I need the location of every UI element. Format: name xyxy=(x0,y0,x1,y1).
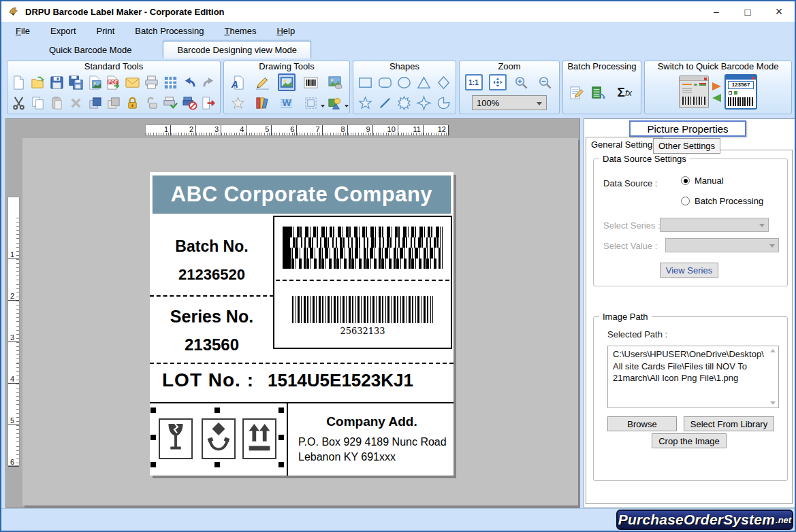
unlock-icon[interactable] xyxy=(143,94,161,112)
edit-batch-data-icon[interactable] xyxy=(568,84,586,101)
group-objects-icon[interactable] xyxy=(86,94,104,112)
zoom-level-dropdown[interactable]: 100% xyxy=(472,95,547,110)
lock-icon[interactable] xyxy=(124,94,142,112)
pencil-tool-icon[interactable] xyxy=(253,73,271,91)
open-file-icon[interactable] xyxy=(29,73,47,91)
seal-shape-icon[interactable] xyxy=(396,94,413,112)
menu-print[interactable]: Print xyxy=(86,23,125,39)
selected-path-textbox[interactable]: C:\Users\HPUSER\OneDrive\Desktop\All sit… xyxy=(607,346,779,408)
tab-quick-barcode-mode[interactable]: Quick Barcode Mode xyxy=(35,41,145,59)
scroll-down-icon[interactable] xyxy=(770,401,776,405)
radio-batch-processing[interactable]: Batch Processing xyxy=(681,196,763,206)
minimize-button[interactable]: – xyxy=(701,1,732,22)
textbox-scrollbar[interactable] xyxy=(767,346,778,408)
clipart-tool-dropdown-caret[interactable] xyxy=(345,105,349,107)
zoom-out-icon[interactable] xyxy=(537,73,554,91)
undo-icon[interactable] xyxy=(180,73,198,91)
close-button[interactable]: × xyxy=(763,1,795,22)
triangle-shape-icon[interactable] xyxy=(415,73,433,91)
print-icon[interactable] xyxy=(143,73,161,91)
menu-file[interactable]: File xyxy=(5,23,40,39)
selection-handle[interactable] xyxy=(150,408,156,413)
actual-size-icon[interactable]: 1:1 xyxy=(465,74,483,90)
image-properties-tool-icon[interactable] xyxy=(326,73,344,91)
batch-no-label[interactable]: Batch No. xyxy=(150,237,274,256)
selection-handle[interactable] xyxy=(214,408,220,413)
selection-handle[interactable] xyxy=(214,462,220,467)
barcode-label[interactable]: ABC Corporate Company Batch No. 21236520… xyxy=(150,172,453,476)
company-add-title[interactable]: Company Add. xyxy=(293,414,451,429)
browse-button[interactable]: Browse xyxy=(607,416,677,431)
zoom-in-icon[interactable] xyxy=(513,73,530,91)
save-all-icon[interactable] xyxy=(67,73,84,91)
exit-icon[interactable] xyxy=(200,94,217,112)
tab-barcode-designing-view-mode[interactable]: Barcode Designing view Mode xyxy=(163,41,311,59)
ellipse-shape-icon[interactable] xyxy=(396,73,413,91)
view-series-button[interactable]: View Series xyxy=(660,263,718,278)
selection-handle[interactable] xyxy=(278,408,284,413)
rectangle-shape-icon[interactable] xyxy=(356,73,374,91)
radio-button-icon[interactable] xyxy=(681,176,690,185)
selection-handle[interactable] xyxy=(278,462,284,467)
export-pdf-icon[interactable]: PDF xyxy=(105,73,123,91)
email-icon[interactable] xyxy=(124,73,142,91)
menu-export[interactable]: Export xyxy=(40,23,86,39)
menu-themes[interactable]: Themes xyxy=(214,23,266,39)
barcode-container[interactable]: 25632133 xyxy=(273,216,452,349)
radio-manual[interactable]: Manual xyxy=(681,176,724,186)
formula-icon[interactable]: Σ fx xyxy=(613,84,636,101)
radio-button-icon[interactable] xyxy=(681,197,690,205)
picture-tool-icon[interactable] xyxy=(278,73,296,91)
shape-tool-icon[interactable] xyxy=(229,94,247,112)
rounded-rectangle-shape-icon[interactable] xyxy=(376,73,394,91)
select-series-dropdown[interactable] xyxy=(660,218,769,232)
series-no-label[interactable]: Series No. xyxy=(150,307,274,327)
barcode-tool-icon[interactable] xyxy=(302,73,320,91)
diamond-shape-icon[interactable] xyxy=(435,73,453,91)
selection-handle[interactable] xyxy=(278,435,284,440)
selection-handle[interactable] xyxy=(150,462,156,467)
lot-row[interactable]: LOT No. : 1514U5E1523KJ1 xyxy=(162,369,451,391)
library-tool-icon[interactable] xyxy=(253,94,271,112)
cancel-print-icon[interactable] xyxy=(180,94,198,112)
print-preview-icon[interactable] xyxy=(161,94,179,112)
label-header[interactable]: ABC Corporate Company xyxy=(153,176,451,214)
scroll-up-icon[interactable] xyxy=(770,349,776,352)
select-value-dropdown[interactable] xyxy=(665,238,779,252)
export-image-icon[interactable] xyxy=(86,73,104,91)
star-shape-icon[interactable] xyxy=(356,94,374,112)
frame-tool-icon[interactable] xyxy=(302,94,320,112)
batch-no-value[interactable]: 21236520 xyxy=(150,266,274,284)
fragile-icon[interactable] xyxy=(159,418,193,459)
fit-to-window-icon[interactable] xyxy=(489,74,507,90)
watermark-tool-icon[interactable]: W xyxy=(278,94,296,112)
maximize-button[interactable]: □ xyxy=(732,1,763,22)
tab-general-settings[interactable]: General Settings xyxy=(586,137,663,152)
switch-to-quick-barcode-mode-icon[interactable]: 123567 xyxy=(645,72,791,112)
select-from-library-button[interactable]: Select From Library xyxy=(684,416,774,431)
series-no-value[interactable]: 213560 xyxy=(150,335,274,354)
copy-icon[interactable] xyxy=(29,94,47,112)
menu-help[interactable]: Help xyxy=(266,23,305,39)
company-address-line2[interactable]: Lebanon KY 691xxx xyxy=(298,451,452,463)
selection-handle[interactable] xyxy=(150,435,156,440)
pdf417-barcode[interactable] xyxy=(283,227,443,269)
this-way-up-icon[interactable] xyxy=(242,418,276,459)
menu-batch-processing[interactable]: Batch Processing xyxy=(125,23,214,39)
four-point-star-shape-icon[interactable] xyxy=(415,94,433,112)
frame-tool-dropdown-caret[interactable] xyxy=(321,105,325,107)
pie-shape-icon[interactable] xyxy=(435,94,453,112)
view-grid-icon[interactable] xyxy=(161,73,179,91)
paste-icon[interactable] xyxy=(48,94,66,112)
text-tool-icon[interactable]: A xyxy=(229,73,247,91)
import-excel-icon[interactable] xyxy=(590,84,608,101)
crop-the-image-button[interactable]: Crop the Image xyxy=(652,433,727,448)
design-canvas[interactable]: 1 2 3 4 5 6 7 8 9 10 11 12 1 2 3 4 5 6 xyxy=(5,118,580,508)
delete-icon[interactable] xyxy=(67,94,84,112)
save-icon[interactable] xyxy=(48,73,66,91)
new-document-icon[interactable] xyxy=(10,73,28,91)
clipart-tool-icon[interactable] xyxy=(326,94,344,112)
linear-barcode[interactable] xyxy=(292,296,433,323)
company-address-line1[interactable]: P.O. Box 929 4189 Nunc Road xyxy=(298,436,452,448)
redo-icon[interactable] xyxy=(200,73,217,91)
